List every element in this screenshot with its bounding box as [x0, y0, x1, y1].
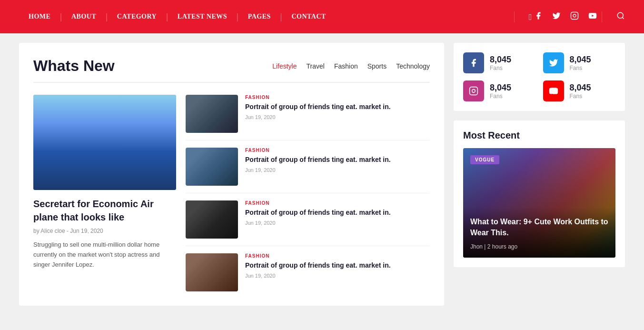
- youtube-count: 8,045: [570, 83, 591, 93]
- main-content: Whats New Lifestyle Travel Fashion Sport…: [19, 43, 444, 306]
- small-articles-list: FASHION Portrait of group of friends tin…: [186, 95, 430, 291]
- most-recent-article-image[interactable]: VOGUE What to Wear: 9+ Cute Work Outfits…: [463, 148, 615, 258]
- small-article-3: FASHION Portrait of group of friends tin…: [186, 200, 430, 246]
- sidebar: 8,045 Fans 8,045 Fans: [454, 43, 625, 306]
- facebook-box-icon[interactable]: [463, 52, 484, 73]
- featured-article-image: [33, 95, 176, 190]
- tab-technology[interactable]: Technology: [396, 62, 430, 70]
- recent-article-author: Jhon | 2 hours ago: [470, 243, 517, 250]
- youtube-fans-label: Fans: [570, 93, 591, 100]
- most-recent-title: Most Recent: [463, 130, 615, 141]
- nav-links: HOME | ABOUT | CATEGORY | LATEST NEWS | …: [19, 12, 500, 22]
- section-title: Whats New: [33, 57, 115, 75]
- small-article-3-image: [186, 200, 238, 239]
- twitter-fans-label: Fans: [570, 65, 591, 71]
- instagram-fans-label: Fans: [490, 93, 511, 100]
- svg-line-4: [622, 17, 624, 19]
- facebook-fans-label: Fans: [490, 65, 511, 71]
- small-article-4-category: FASHION: [245, 253, 430, 259]
- small-article-2: FASHION Portrait of group of friends tin…: [186, 148, 430, 193]
- instagram-info: 8,045 Fans: [490, 83, 511, 100]
- small-article-2-content: FASHION Portrait of group of friends tin…: [245, 148, 430, 173]
- small-article-2-image: [186, 148, 238, 186]
- social-fans-box: 8,045 Fans 8,045 Fans: [454, 43, 625, 111]
- small-article-1: FASHION Portrait of group of friends tin…: [186, 95, 430, 140]
- nav-pages[interactable]: PAGES: [238, 13, 280, 20]
- small-article-4-title[interactable]: Portrait of group of friends ting eat. m…: [245, 261, 430, 270]
- twitter-icon[interactable]: [552, 11, 561, 22]
- nav-category[interactable]: CATEGORY: [108, 13, 166, 20]
- twitter-info: 8,045 Fans: [570, 55, 591, 71]
- navbar: HOME | ABOUT | CATEGORY | LATEST NEWS | …: [0, 0, 644, 33]
- youtube-box-icon[interactable]: [543, 80, 564, 101]
- tab-sports[interactable]: Sports: [367, 62, 386, 70]
- facebook-icon[interactable]: : [529, 11, 543, 22]
- youtube-info: 8,045 Fans: [570, 83, 591, 100]
- facebook-info: 8,045 Fans: [490, 55, 511, 71]
- nav-about[interactable]: ABOUT: [62, 13, 106, 20]
- small-article-1-category: FASHION: [245, 95, 430, 100]
- recent-article-title[interactable]: What to Wear: 9+ Cute Work Outfits to We…: [470, 217, 608, 238]
- small-article-3-content: FASHION Portrait of group of friends tin…: [245, 200, 430, 226]
- small-article-3-category: FASHION: [245, 200, 430, 206]
- section-header: Whats New Lifestyle Travel Fashion Sport…: [33, 57, 430, 83]
- small-article-4-date: Jun 19, 2020: [245, 273, 430, 279]
- instagram-icon[interactable]: [570, 11, 579, 22]
- svg-point-3: [617, 12, 623, 18]
- social-instagram: 8,045 Fans: [463, 80, 536, 101]
- svg-rect-0: [571, 12, 578, 19]
- featured-article-title[interactable]: Secretart for Economic Air plane that lo…: [33, 197, 176, 224]
- tab-travel[interactable]: Travel: [307, 62, 325, 70]
- svg-rect-5: [470, 87, 478, 95]
- small-article-4: FASHION Portrait of group of friends tin…: [186, 253, 430, 291]
- featured-article-excerpt: Struggling to sell one multi-million dol…: [33, 240, 176, 270]
- social-facebook: 8,045 Fans: [463, 52, 536, 73]
- small-article-4-image: [186, 253, 238, 291]
- small-article-1-title[interactable]: Portrait of group of friends ting eat. m…: [245, 102, 430, 112]
- small-article-2-title[interactable]: Portrait of group of friends ting eat. m…: [245, 155, 430, 165]
- small-article-2-category: FASHION: [245, 148, 430, 153]
- page-wrapper: Whats New Lifestyle Travel Fashion Sport…: [0, 33, 644, 315]
- instagram-count: 8,045: [490, 83, 511, 93]
- search-icon[interactable]: [616, 12, 625, 22]
- small-article-1-content: FASHION Portrait of group of friends tin…: [245, 95, 430, 120]
- small-article-3-date: Jun 19, 2020: [245, 220, 430, 226]
- most-recent-box: Most Recent VOGUE What to Wear: 9+ Cute …: [454, 120, 625, 267]
- social-youtube: 8,045 Fans: [543, 80, 616, 101]
- social-twitter: 8,045 Fans: [543, 52, 616, 73]
- small-article-4-content: FASHION Portrait of group of friends tin…: [245, 253, 430, 279]
- featured-article: Secretart for Economic Air plane that lo…: [33, 95, 176, 291]
- small-article-1-date: Jun 19, 2020: [245, 114, 430, 120]
- section-tabs: Lifestyle Travel Fashion Sports Technolo…: [272, 62, 430, 70]
- articles-grid: Secretart for Economic Air plane that lo…: [33, 95, 430, 291]
- social-grid: 8,045 Fans 8,045 Fans: [463, 52, 615, 101]
- small-article-2-date: Jun 19, 2020: [245, 167, 430, 173]
- twitter-count: 8,045: [570, 55, 591, 65]
- youtube-icon[interactable]: [588, 11, 597, 22]
- recent-article-info: What to Wear: 9+ Cute Work Outfits to We…: [463, 207, 615, 258]
- nav-home[interactable]: HOME: [19, 13, 60, 20]
- nav-contact[interactable]: CONTACT: [282, 13, 335, 20]
- featured-article-meta: by Alice cloe - Jun 19, 2020: [33, 228, 176, 234]
- nav-latest-news[interactable]: LATEST NEWS: [168, 13, 237, 20]
- small-article-3-title[interactable]: Portrait of group of friends ting eat. m…: [245, 208, 430, 218]
- nav-social: : [514, 11, 597, 22]
- recent-article-badge: VOGUE: [470, 155, 499, 164]
- nav-search-area: [602, 11, 625, 22]
- instagram-box-icon[interactable]: [463, 80, 484, 101]
- facebook-count: 8,045: [490, 55, 511, 65]
- twitter-box-icon[interactable]: [543, 52, 564, 73]
- tab-lifestyle[interactable]: Lifestyle: [272, 62, 297, 70]
- tab-fashion[interactable]: Fashion: [334, 62, 358, 70]
- small-article-1-image: [186, 95, 238, 133]
